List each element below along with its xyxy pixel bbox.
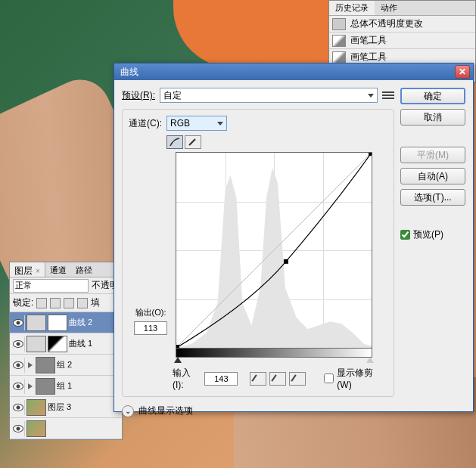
visibility-icon[interactable]	[11, 421, 25, 436]
history-label: 画笔工具	[350, 51, 387, 64]
smooth-button[interactable]: 平滑(M)	[400, 147, 465, 163]
brush-icon	[332, 35, 346, 47]
svg-rect-2	[176, 345, 179, 348]
black-eyedropper[interactable]	[250, 372, 266, 386]
pencil-tool-button[interactable]	[185, 135, 201, 149]
show-clip-checkbox[interactable]	[324, 373, 334, 383]
curves-thumb	[26, 315, 46, 331]
curve-line	[176, 153, 372, 348]
mask-thumb	[48, 315, 67, 331]
folder-toggle-icon[interactable]	[28, 383, 33, 389]
layer-row[interactable]	[10, 418, 122, 439]
fill-label: 填	[91, 296, 100, 309]
svg-rect-3	[369, 153, 372, 156]
channel-select[interactable]: RGB	[166, 116, 227, 131]
input-gradient[interactable]	[176, 349, 372, 358]
auto-button[interactable]: 自动(A)	[400, 168, 465, 184]
visibility-icon[interactable]	[11, 358, 25, 373]
layer-row[interactable]: 组 2	[10, 355, 122, 376]
svg-rect-1	[284, 259, 288, 264]
ok-button[interactable]: 确定	[400, 88, 465, 104]
layer-name: 图层 3	[48, 401, 71, 413]
preset-select[interactable]: 自定	[160, 88, 378, 103]
curves-dialog: 曲线 ✕ 预设(R): 自定 通道(C): RGB 输出(	[114, 63, 474, 412]
visibility-icon[interactable]	[11, 315, 25, 330]
expand-options-button[interactable]: ⌄	[122, 405, 134, 417]
folder-icon	[36, 378, 55, 395]
layers-icon	[332, 18, 346, 30]
preset-menu-icon[interactable]	[382, 89, 394, 101]
layer-thumb	[26, 399, 46, 416]
visibility-icon[interactable]	[11, 400, 25, 415]
black-point-slider[interactable]	[174, 357, 182, 363]
titlebar[interactable]: 曲线 ✕	[114, 64, 473, 80]
dialog-title: 曲线	[117, 66, 455, 79]
svg-line-0	[176, 153, 372, 348]
tab-channels[interactable]: 通道	[45, 262, 71, 277]
layer-name: 组 2	[57, 359, 72, 370]
history-item[interactable]: 画笔工具	[329, 33, 475, 49]
preview-checkbox[interactable]	[400, 230, 410, 240]
curves-graph[interactable]	[176, 152, 372, 349]
channel-label: 通道(C):	[129, 117, 162, 130]
layer-name: 曲线 2	[69, 317, 92, 328]
layer-name: 曲线 1	[69, 338, 92, 349]
history-label: 画笔工具	[350, 34, 387, 47]
white-eyedropper[interactable]	[289, 372, 306, 386]
layer-row[interactable]: 曲线 1	[10, 333, 122, 355]
options-button[interactable]: 选项(T)...	[400, 189, 465, 206]
curve-options-label: 曲线显示选项	[138, 404, 193, 417]
lock-label: 锁定:	[13, 296, 33, 309]
tab-paths[interactable]: 路径	[71, 262, 97, 277]
tab-actions[interactable]: 动作	[375, 1, 403, 15]
lock-transparent-icon[interactable]	[36, 298, 47, 308]
output-input[interactable]	[134, 321, 167, 335]
layer-row[interactable]: 组 1	[10, 376, 122, 397]
layer-name: 组 1	[57, 380, 72, 392]
close-button[interactable]: ✕	[455, 65, 470, 79]
layer-row[interactable]: 图层 3	[10, 397, 122, 418]
tab-history[interactable]: 历史记录	[329, 1, 375, 15]
input-label: 输入(I):	[173, 367, 201, 390]
layers-panel: 图层× 通道 路径 正常 不透明 锁定: 填 曲线 2 曲线 1 组 2 组 1	[9, 262, 123, 440]
curve-tool-button[interactable]	[166, 135, 183, 149]
visibility-icon[interactable]	[11, 379, 25, 394]
white-point-slider[interactable]	[366, 357, 374, 363]
input-input[interactable]	[204, 372, 238, 386]
cancel-button[interactable]: 取消	[400, 109, 465, 126]
tab-layers[interactable]: 图层×	[10, 262, 45, 277]
blend-mode-select[interactable]: 正常	[13, 279, 89, 293]
gray-eyedropper[interactable]	[269, 372, 286, 386]
history-item[interactable]: 总体不透明度更改	[329, 16, 475, 33]
layer-thumb	[26, 420, 46, 437]
curves-thumb	[26, 336, 46, 352]
folder-toggle-icon[interactable]	[28, 362, 33, 368]
layer-row[interactable]: 曲线 2	[10, 312, 122, 333]
mask-thumb	[48, 336, 67, 352]
visibility-icon[interactable]	[11, 336, 25, 352]
brush-icon	[332, 51, 346, 64]
output-label: 输出(O):	[135, 307, 166, 318]
preset-label: 预设(R):	[122, 89, 155, 102]
folder-icon	[36, 357, 55, 373]
preview-label: 预览(P)	[413, 228, 443, 241]
lock-pixels-icon[interactable]	[50, 298, 61, 308]
show-clip-label: 显示修剪(W)	[337, 367, 387, 390]
lock-position-icon[interactable]	[64, 298, 74, 308]
lock-all-icon[interactable]	[77, 298, 88, 308]
history-label: 总体不透明度更改	[350, 17, 423, 30]
